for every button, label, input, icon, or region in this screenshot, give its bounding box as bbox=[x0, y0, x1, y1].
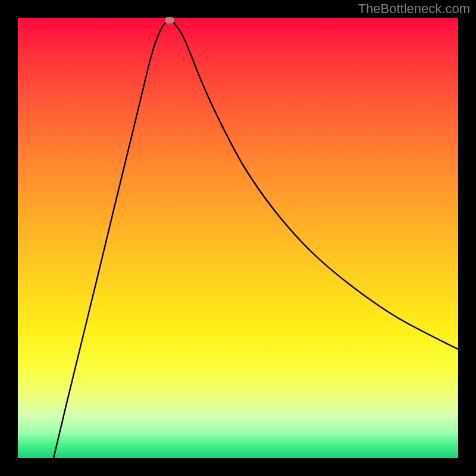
watermark-text: TheBottleneck.com bbox=[358, 1, 470, 17]
bottleneck-curve bbox=[54, 20, 458, 458]
min-point-marker bbox=[165, 17, 174, 24]
plot-area bbox=[18, 18, 458, 458]
chart-outer: TheBottleneck.com bbox=[0, 0, 476, 476]
curve-svg bbox=[18, 18, 458, 458]
